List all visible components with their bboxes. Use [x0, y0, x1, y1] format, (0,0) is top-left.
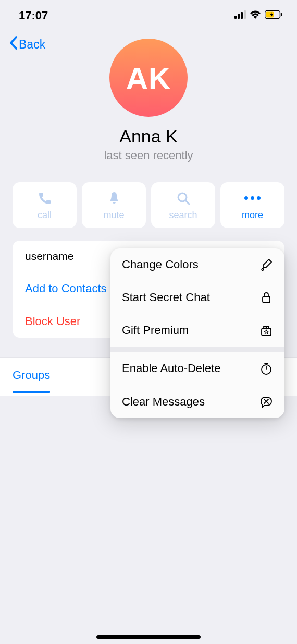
home-indicator[interactable]: [96, 635, 201, 639]
more-label: more: [242, 210, 263, 221]
more-menu: Change Colors Start Secret Chat Gift Pre…: [110, 248, 284, 418]
more-button[interactable]: more: [220, 182, 284, 228]
status-bar: 17:07: [0, 0, 297, 26]
clear-chat-icon: [258, 395, 274, 409]
status-icons: [234, 10, 282, 21]
bell-icon: [106, 190, 122, 207]
svg-line-8: [185, 200, 189, 204]
gift-icon: [258, 324, 274, 337]
tab-groups[interactable]: Groups: [13, 368, 50, 393]
action-buttons-row: call mute search more: [0, 182, 297, 228]
menu-label: Clear Messages: [122, 395, 205, 409]
back-label: Back: [19, 38, 45, 52]
menu-clear-messages[interactable]: Clear Messages: [110, 385, 284, 418]
menu-secret-chat[interactable]: Start Secret Chat: [110, 281, 284, 314]
brush-icon: [258, 258, 274, 271]
signal-icon: [234, 10, 246, 21]
timer-icon: [258, 362, 274, 375]
menu-auto-delete[interactable]: Enable Auto-Delete: [110, 352, 284, 385]
wifi-icon: [250, 10, 261, 21]
contact-header: AK Anna K last seen recently: [0, 39, 297, 162]
menu-label: Start Secret Chat: [122, 291, 210, 304]
menu-label: Enable Auto-Delete: [122, 362, 221, 375]
svg-rect-9: [263, 296, 270, 303]
svg-rect-0: [234, 16, 237, 19]
svg-rect-10: [262, 328, 271, 336]
menu-label: Change Colors: [122, 258, 199, 271]
svg-rect-2: [241, 12, 243, 19]
avatar[interactable]: AK: [109, 39, 188, 117]
contact-name: Anna K: [119, 126, 178, 147]
call-label: call: [38, 210, 52, 221]
mute-label: mute: [103, 210, 124, 221]
menu-label: Gift Premium: [122, 324, 189, 337]
svg-rect-3: [244, 10, 246, 19]
search-button[interactable]: search: [151, 182, 215, 228]
svg-rect-1: [238, 14, 240, 19]
phone-icon: [37, 190, 53, 207]
svg-rect-6: [281, 13, 282, 16]
status-time: 17:07: [19, 9, 48, 22]
battery-icon: [265, 10, 282, 21]
more-icon: [244, 190, 261, 207]
menu-gift-premium[interactable]: Gift Premium: [110, 314, 284, 347]
chevron-left-icon: [8, 35, 18, 53]
menu-change-colors[interactable]: Change Colors: [110, 248, 284, 281]
mute-button[interactable]: mute: [82, 182, 146, 228]
search-icon: [176, 190, 191, 207]
search-label: search: [169, 210, 197, 221]
call-button[interactable]: call: [13, 182, 77, 228]
menu-divider: [110, 347, 284, 352]
contact-status: last seen recently: [104, 149, 193, 162]
lock-icon: [258, 291, 274, 304]
back-button[interactable]: Back: [8, 35, 45, 53]
